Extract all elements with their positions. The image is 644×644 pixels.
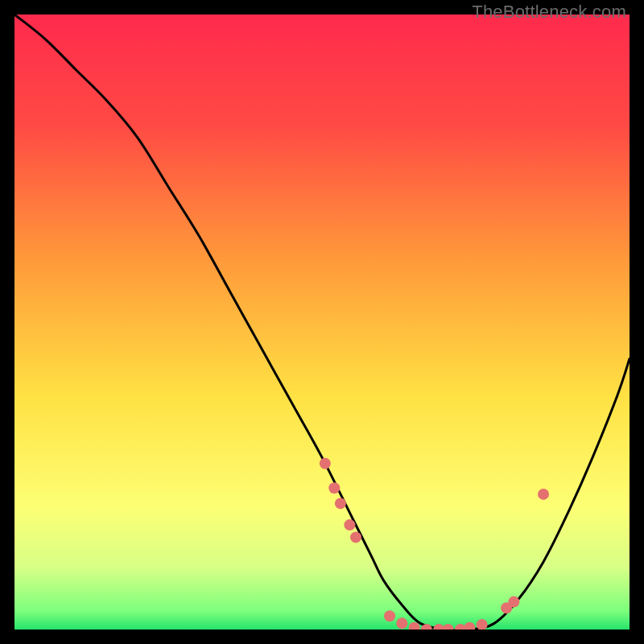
marker-dot [320,458,331,469]
marker-dot [344,519,355,530]
marker-dot [328,482,340,493]
watermark-text: TheBottleneck.com [472,2,626,23]
gradient-background [14,14,630,630]
marker-dot [335,497,346,509]
marker-dot [538,489,549,500]
bottleneck-chart [14,14,630,630]
marker-dot [396,617,407,629]
chart-frame [14,14,630,630]
marker-dot [508,597,519,608]
marker-dot [384,610,395,621]
marker-dot [350,531,361,543]
